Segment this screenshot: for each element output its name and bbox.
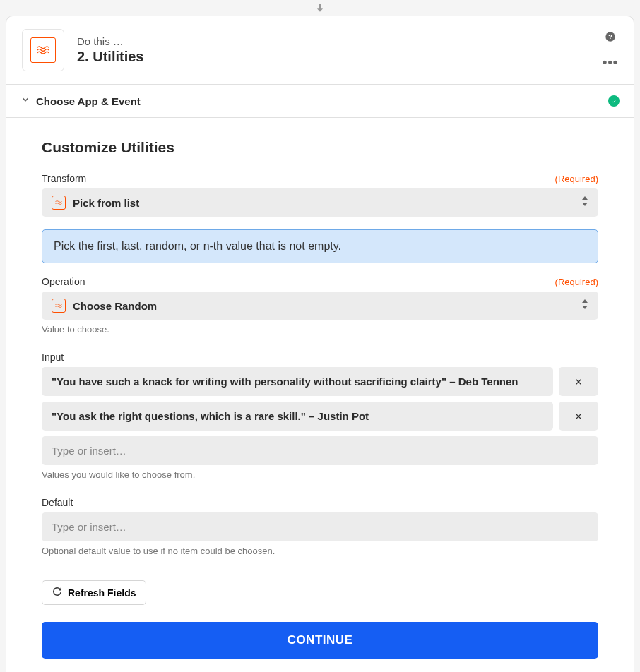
header-subtitle: Do this … [77,35,590,47]
customize-section: Customize Utilities Transform (Required)… [6,117,634,672]
operation-label: Operation [42,276,85,287]
chevron-down-icon [20,95,30,107]
card-header: Do this … 2. Utilities ? ••• [6,16,634,84]
select-arrows-icon [581,299,588,312]
continue-button[interactable]: CONTINUE [42,622,598,659]
check-icon [608,95,620,107]
transform-label: Transform [42,173,86,184]
transform-value: Pick from list [73,197,574,209]
customize-title: Customize Utilities [42,139,598,156]
svg-marker-2 [582,196,588,200]
input-help: Values you would like to choose from. [42,469,598,480]
transform-info-banner: Pick the first, last, random, or n-th va… [42,229,598,263]
section-label: Choose App & Event [36,95,603,107]
transform-select[interactable]: Pick from list [42,188,598,217]
svg-text:?: ? [608,33,612,40]
input-item[interactable]: "You ask the right questions, which is a… [42,402,553,431]
remove-input-button[interactable] [559,402,598,431]
transform-required: (Required) [555,174,598,184]
more-icon[interactable]: ••• [603,55,618,70]
utilities-mini-icon [52,196,66,210]
default-input[interactable] [42,512,598,541]
refresh-fields-button[interactable]: Refresh Fields [42,580,146,605]
remove-input-button[interactable] [559,367,598,396]
app-icon [22,29,64,71]
refresh-label: Refresh Fields [68,587,136,599]
operation-value: Choose Random [73,300,574,312]
utilities-mini-icon [52,299,66,313]
operation-required: (Required) [555,277,598,287]
svg-marker-3 [582,203,588,206]
step-card: Do this … 2. Utilities ? ••• Choose App … [6,16,634,672]
default-help: Optional default value to use if no item… [42,546,598,556]
default-label: Default [42,497,73,508]
input-new-field[interactable] [42,436,598,465]
help-icon[interactable]: ? [605,31,616,45]
select-arrows-icon [581,196,588,209]
input-item[interactable]: "You have such a knack for writing with … [42,367,553,396]
operation-help: Value to choose. [42,324,598,335]
step-connector-arrow [0,0,640,16]
header-title: 2. Utilities [77,49,590,65]
svg-marker-4 [582,299,588,303]
svg-marker-5 [582,306,588,309]
input-label: Input [42,352,64,363]
choose-app-event-section[interactable]: Choose App & Event [6,84,634,117]
refresh-icon [52,587,62,599]
operation-select[interactable]: Choose Random [42,292,598,320]
